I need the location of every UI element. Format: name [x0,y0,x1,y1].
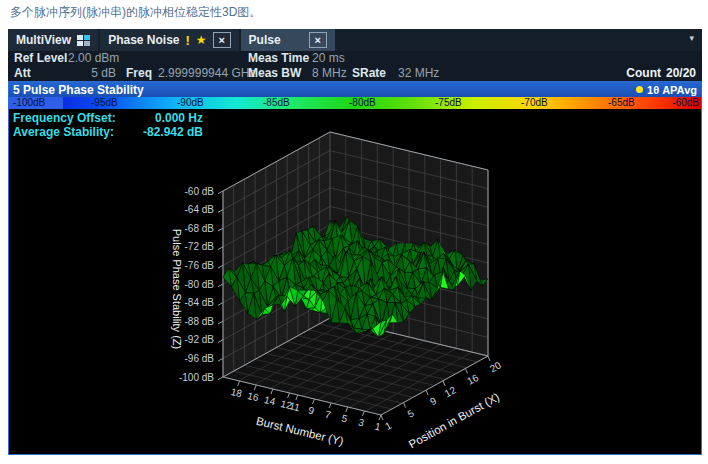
scale-label: -65dB [608,97,635,109]
svg-text:14: 14 [263,394,277,407]
svg-text:-96 dB: -96 dB [185,353,215,364]
svg-text:11: 11 [288,400,301,413]
svg-text:-88 dB: -88 dB [185,316,215,327]
freq-value: 2.999999944 GHz [158,66,255,80]
trace-label: 1θ APAvg [647,84,697,96]
svg-text:Pulse Phase Stability (Z): Pulse Phase Stability (Z) [171,229,183,349]
svg-text:-92 dB: -92 dB [185,334,215,345]
page-caption: 多个脉冲序列(脉冲串)的脉冲相位稳定性3D图。 [10,4,261,21]
ref-level-label[interactable]: Ref Level [14,51,67,65]
tab-phase-noise-label: Phase Noise [108,33,179,47]
att-value: 5 dB [78,66,116,80]
color-scale: -100dB-95dB-90dB-85dB-80dB-75dB-70dB-65d… [9,97,701,109]
meas-bw-value: 8 MHz [312,66,347,80]
tab-phase-noise[interactable]: Phase Noise ! ★ × [100,29,238,51]
meas-time-label[interactable]: Meas Time [248,51,309,65]
svg-text:5: 5 [406,407,417,420]
meas-bw-label[interactable]: Meas BW [248,66,301,80]
tab-pulse[interactable]: Pulse × [241,29,335,51]
count-readout: Count 20/20 [626,66,696,80]
trace-indicator: 1θ APAvg [636,82,697,97]
scale-label: -95dB [91,97,118,109]
tab-pulse-label: Pulse [249,33,281,47]
tab-bar: MultiView Phase Noise ! ★ × Pulse × ▾ [8,29,702,51]
svg-text:-84 dB: -84 dB [185,297,215,308]
result-window: 5 Pulse Phase Stability 1θ APAvg -100dB-… [8,81,702,455]
svg-text:1: 1 [383,420,394,433]
close-icon: × [314,35,320,46]
svg-text:-76 dB: -76 dB [185,260,215,271]
svg-text:1: 1 [374,421,382,433]
scale-label: -60dB [672,97,699,109]
tab-multiview-label: MultiView [16,33,71,47]
header-bar: Ref Level 2.00 dBm Meas Time 20 ms Att 5… [8,51,702,81]
plot-area: Frequency Offset:0.000 Hz Average Stabil… [9,109,701,452]
chevron-down-icon[interactable]: ▾ [689,33,694,43]
svg-text:9: 9 [307,405,315,417]
window-title-bar[interactable]: 5 Pulse Phase Stability 1θ APAvg [9,82,701,97]
tab-multiview[interactable]: MultiView [8,29,98,51]
svg-text:-100 dB: -100 dB [179,372,214,383]
srate-value: 32 MHz [398,66,439,80]
svg-text:18: 18 [230,386,244,399]
trace-dot-icon [636,86,643,93]
svg-text:12: 12 [443,384,458,399]
scale-label: -75dB [435,97,462,109]
tab-pulse-close-button[interactable]: × [309,32,327,48]
att-label[interactable]: Att [14,66,31,80]
scale-label: -70dB [521,97,548,109]
meas-time-value: 20 ms [312,51,345,65]
header-row-2: Att 5 dB Freq 2.999999944 GHz Meas BW 8 … [8,66,702,81]
close-icon: × [218,35,224,46]
svg-text:-72 dB: -72 dB [185,241,215,252]
count-value: 20/20 [666,66,696,80]
scale-label: -85dB [263,97,290,109]
header-row-1: Ref Level 2.00 dBm Meas Time 20 ms [8,51,702,66]
svg-text:16: 16 [246,390,260,403]
count-label: Count [626,66,661,80]
star-icon: ★ [196,33,207,47]
svg-text:Burst Number (Y): Burst Number (Y) [255,415,345,448]
svg-text:9: 9 [428,395,439,408]
scale-label: -80dB [349,97,376,109]
svg-text:-64 dB: -64 dB [185,204,215,215]
svg-text:16: 16 [465,372,480,387]
window-title: 5 Pulse Phase Stability [9,83,144,97]
svg-text:-60 dB: -60 dB [185,186,215,197]
svg-text:5: 5 [341,413,349,425]
scale-label: -100dB [13,97,45,109]
srate-label[interactable]: SRate [352,66,386,80]
ref-level-value: 2.00 dBm [68,51,119,65]
svg-text:-68 dB: -68 dB [185,223,215,234]
warning-icon: ! [186,33,190,48]
analyzer-window: MultiView Phase Noise ! ★ × Pulse × ▾ Re… [8,29,702,455]
svg-text:3: 3 [357,417,365,429]
svg-text:Position in Burst (X): Position in Burst (X) [407,391,502,451]
multiview-grid-icon [77,35,90,46]
svg-text:7: 7 [324,409,332,421]
freq-label[interactable]: Freq [126,66,152,80]
svg-text:20: 20 [488,359,503,374]
tab-phase-noise-close-button[interactable]: × [213,32,231,48]
3d-surface-plot: -60 dB-64 dB-68 dB-72 dB-76 dB-80 dB-84 … [9,109,701,452]
scale-label: -90dB [177,97,204,109]
svg-text:-80 dB: -80 dB [185,279,215,290]
